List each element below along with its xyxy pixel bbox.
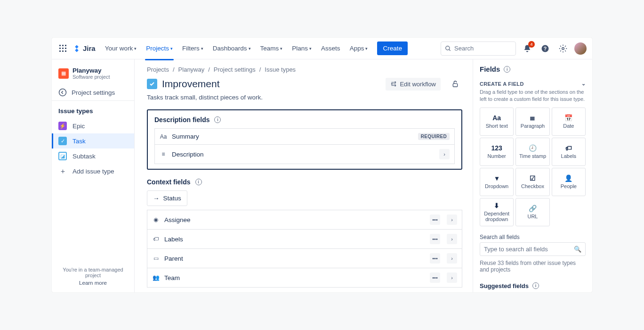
field-type-short-text[interactable]: AaShort text: [480, 107, 514, 136]
type-icon: ▾: [495, 174, 499, 182]
svg-point-13: [562, 47, 564, 50]
chevron-down-icon: ▾: [134, 46, 137, 51]
nav-plans[interactable]: Plans▾: [288, 42, 315, 55]
chevron-right-icon[interactable]: ›: [447, 272, 457, 283]
sidebar-item-subtask[interactable]: ◪Subtask: [52, 148, 134, 164]
top-nav: Jira Your work▾Projects▾Filters▾Dashboar…: [52, 38, 592, 59]
field-type-time-stamp[interactable]: 🕘Time stamp: [515, 138, 549, 166]
more-icon[interactable]: •••: [430, 253, 440, 264]
field-type-icon: ◉: [152, 216, 160, 223]
chevron-right-icon[interactable]: ›: [447, 253, 457, 264]
svg-point-14: [59, 89, 66, 96]
svg-point-17: [395, 85, 396, 86]
search-all-fields-input[interactable]: Type to search all fields 🔍: [480, 242, 586, 256]
user-avatar[interactable]: [574, 42, 587, 55]
body: ▦ Planyway Software project Project sett…: [52, 59, 592, 292]
nav-apps[interactable]: Apps▾: [346, 42, 372, 55]
svg-point-15: [395, 82, 396, 82]
nav-filters[interactable]: Filters▾: [178, 42, 207, 55]
description-fields-section: Description fields i AaSummaryREQUIRED≡D…: [147, 109, 462, 170]
chevron-right-icon[interactable]: ›: [439, 149, 450, 159]
chevron-down-icon: ▾: [170, 46, 173, 51]
required-badge: REQUIRED: [418, 133, 450, 140]
field-type-icon: 🏷: [152, 236, 160, 242]
field-type-icon: 👥: [152, 274, 160, 281]
suggested-fields-header: Suggested fields i: [480, 282, 586, 289]
project-icon: ▦: [58, 68, 69, 79]
type-icon: 🔗: [529, 205, 537, 212]
help-icon[interactable]: ?: [539, 42, 552, 55]
app-switcher-icon[interactable]: [57, 43, 69, 54]
sub-icon: ◪: [58, 152, 67, 160]
notifications-icon[interactable]: 4: [521, 42, 534, 55]
nav-teams[interactable]: Teams▾: [257, 42, 287, 55]
status-field[interactable]: → Status: [147, 190, 187, 206]
svg-rect-4: [62, 48, 64, 49]
breadcrumb-projects[interactable]: Projects: [147, 66, 169, 73]
field-type-people[interactable]: 👤People: [552, 168, 586, 196]
more-icon[interactable]: •••: [430, 272, 440, 283]
field-parent[interactable]: ▭Parent•••›: [147, 249, 462, 268]
nav-dashboards[interactable]: Dashboards▾: [209, 42, 255, 55]
info-icon[interactable]: i: [532, 282, 539, 289]
reuse-fields-hint: Reuse 33 fields from other issue types a…: [480, 260, 586, 273]
field-type-dependent-dropdown[interactable]: ⬇Dependent dropdown: [480, 198, 514, 226]
issue-type-description: Tasks track small, distinct pieces of wo…: [147, 94, 462, 101]
more-icon[interactable]: •••: [430, 214, 440, 225]
field-assignee[interactable]: ◉Assignee•••›: [147, 210, 462, 230]
field-type-icon: ▭: [152, 255, 160, 262]
info-icon[interactable]: i: [504, 66, 510, 73]
nav-assets[interactable]: Assets: [317, 42, 344, 55]
context-fields-header: Context fields i: [147, 178, 462, 186]
svg-point-9: [446, 46, 450, 50]
type-icon: 123: [491, 144, 502, 152]
jira-logo[interactable]: Jira: [72, 44, 96, 53]
main-content: Projects/Planyway/Project settings/Issue…: [135, 59, 473, 292]
create-button[interactable]: Create: [377, 41, 408, 55]
fields-panel: Fields i CREATE A FIELD ⌄ Drag a field t…: [473, 59, 592, 292]
breadcrumb-issue-types[interactable]: Issue types: [265, 66, 296, 73]
svg-text:?: ?: [544, 45, 547, 51]
nav-projects[interactable]: Projects▾: [142, 42, 177, 55]
field-type-date[interactable]: 📅Date: [552, 107, 586, 136]
settings-icon[interactable]: [556, 42, 570, 55]
type-icon: 🕘: [529, 144, 537, 152]
info-icon[interactable]: i: [214, 116, 221, 123]
back-to-settings[interactable]: Project settings: [52, 84, 134, 101]
edit-workflow-button[interactable]: Edit workflow: [386, 78, 441, 91]
chevron-down-icon: ▾: [365, 46, 368, 51]
project-header[interactable]: ▦ Planyway Software project: [52, 65, 134, 84]
field-summary[interactable]: AaSummaryREQUIRED: [154, 128, 455, 145]
search-input[interactable]: Search: [441, 41, 516, 56]
more-icon[interactable]: •••: [430, 234, 440, 244]
lock-icon[interactable]: [448, 77, 462, 91]
sidebar-item-task[interactable]: ✓Task: [52, 133, 134, 148]
breadcrumb-planyway[interactable]: Planyway: [178, 66, 205, 73]
field-labels[interactable]: 🏷Labels•••›: [147, 230, 462, 249]
field-type-paragraph[interactable]: ≣Paragraph: [515, 107, 549, 136]
sidebar-item-epic[interactable]: ⚡Epic: [52, 118, 134, 133]
project-type: Software project: [72, 74, 110, 80]
field-type-number[interactable]: 123Number: [480, 138, 514, 166]
create-field-header[interactable]: CREATE A FIELD ⌄: [480, 81, 586, 87]
notification-badge: 4: [528, 41, 535, 48]
field-type-url[interactable]: 🔗URL: [515, 198, 549, 226]
info-icon[interactable]: i: [195, 179, 202, 185]
add-issue-type[interactable]: ＋ Add issue type: [52, 164, 134, 179]
type-icon: ☑: [530, 174, 536, 182]
type-icon: Aa: [492, 114, 501, 122]
chevron-down-icon: ▾: [249, 46, 251, 51]
learn-more-link[interactable]: Learn more: [57, 280, 129, 286]
plus-icon: ＋: [58, 167, 67, 175]
chevron-right-icon[interactable]: ›: [447, 214, 457, 225]
breadcrumb-project-settings[interactable]: Project settings: [214, 66, 256, 73]
chevron-right-icon[interactable]: ›: [447, 234, 457, 244]
field-type-labels[interactable]: 🏷Labels: [552, 138, 586, 166]
field-type-checkbox[interactable]: ☑Checkbox: [515, 168, 549, 196]
svg-rect-6: [59, 50, 61, 52]
svg-rect-7: [62, 50, 64, 52]
nav-your-work[interactable]: Your work▾: [101, 42, 141, 55]
field-type-dropdown[interactable]: ▾Dropdown: [480, 168, 514, 196]
field-team[interactable]: 👥Team•••›: [147, 268, 462, 288]
field-description[interactable]: ≡Description›: [154, 145, 455, 164]
